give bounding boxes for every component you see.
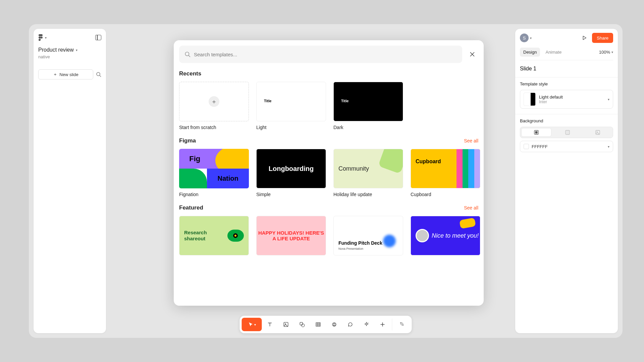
svg-line-4 [189, 55, 190, 57]
search-icon [96, 72, 101, 77]
svg-rect-20 [316, 323, 320, 326]
tool-stamp[interactable] [326, 318, 342, 331]
background-color-field[interactable]: FFFFFF ▾ [520, 141, 613, 152]
template-search-field[interactable] [179, 46, 462, 63]
thumb-text: Longboarding [256, 149, 326, 188]
template-card-simple[interactable]: Longboarding Simple [256, 149, 326, 197]
svg-point-12 [567, 133, 567, 133]
svg-rect-14 [596, 130, 600, 134]
template-style-selector[interactable]: Light default Inter ▾ [520, 90, 613, 109]
tool-table[interactable] [310, 318, 326, 331]
template-card-research[interactable]: Research shareout [179, 216, 249, 255]
thumb-subtext: Nova Presentation [338, 247, 398, 250]
color-swatch [524, 144, 529, 149]
template-card-dark[interactable]: Title Dark [333, 82, 403, 130]
template-search-input[interactable] [194, 52, 457, 57]
image-icon [283, 321, 289, 327]
background-label: Background [520, 118, 613, 123]
tool-text[interactable] [262, 318, 278, 331]
card-label: Dark [333, 125, 403, 130]
thumb-text: Fig [179, 149, 211, 169]
tool-add[interactable] [375, 318, 391, 331]
svg-point-10 [567, 131, 567, 132]
template-modal: Recents ＋ Start from scratch Title Light… [174, 40, 484, 306]
zoom-selector[interactable]: 100% ▾ [599, 50, 613, 55]
zoom-value: 100% [599, 50, 610, 55]
tab-animate[interactable]: Animate [542, 48, 565, 57]
text-icon [267, 321, 273, 327]
card-label: Cupboard [411, 192, 480, 197]
card-label: Start from scratch [179, 125, 249, 130]
svg-point-19 [302, 324, 305, 327]
tool-move[interactable]: ▾ [242, 318, 262, 331]
background-mode-toggle[interactable] [520, 127, 613, 138]
svg-point-13 [568, 133, 569, 133]
template-card-meetyou[interactable]: Nice to meet you! [411, 216, 480, 255]
svg-point-17 [285, 323, 286, 324]
comment-icon [347, 321, 354, 327]
chevron-down-icon: ▾ [76, 48, 77, 52]
tool-ai[interactable] [359, 318, 375, 331]
template-card-funding[interactable]: Funding Pitch DeckNova Presentation [333, 216, 403, 255]
close-modal-button[interactable] [466, 48, 478, 60]
solid-fill-icon [534, 130, 539, 135]
sidebar-toggle-icon[interactable] [95, 35, 101, 40]
template-card-community[interactable]: Community Holiday life update [333, 149, 403, 197]
tool-comment[interactable] [342, 318, 359, 331]
chevron-down-icon: ▾ [45, 36, 47, 40]
bg-mode-image[interactable] [583, 127, 613, 138]
style-name: Light default [539, 95, 604, 100]
thumb-text: Research shareout [184, 230, 224, 242]
svg-point-1 [97, 72, 100, 76]
plus-icon: ＋ [53, 71, 57, 77]
svg-rect-18 [300, 322, 303, 325]
search-icon [184, 51, 191, 57]
thumb-text: Nation [207, 169, 249, 188]
new-slide-button[interactable]: ＋ New slide [38, 69, 93, 79]
thumb-text: Community [338, 165, 369, 172]
color-hex: FFFFFF [532, 144, 548, 149]
project-title[interactable]: Product review ▾ [38, 47, 101, 53]
share-button[interactable]: Share [592, 33, 613, 43]
card-label: Simple [256, 192, 326, 197]
recents-grid: ＋ Start from scratch Title Light Title D… [179, 82, 478, 130]
stamp-icon [331, 321, 337, 327]
template-card-light[interactable]: Title Light [256, 82, 326, 130]
bg-mode-solid[interactable] [521, 128, 551, 137]
present-icon[interactable] [581, 35, 587, 41]
thumb-text: HAPPY HOLIDAYS! HERE'S A LIFE UPDATE [257, 230, 326, 242]
tool-shape[interactable] [294, 318, 310, 331]
style-thumb [524, 93, 536, 106]
template-card-cupboard[interactable]: Cupboard Cupboard [411, 149, 480, 197]
thumb-text: Nice to meet you! [432, 232, 479, 239]
see-all-figma[interactable]: See all [464, 138, 478, 143]
left-panel: ▾ Product review ▾ native ＋ New slide [34, 29, 106, 333]
svg-point-11 [568, 131, 569, 132]
bg-mode-gradient[interactable] [552, 127, 583, 138]
see-all-featured[interactable]: See all [464, 205, 478, 210]
tool-dev[interactable] [394, 318, 410, 331]
tool-image[interactable] [278, 318, 294, 331]
svg-point-26 [368, 323, 368, 323]
svg-point-0 [41, 37, 43, 39]
search-slides-button[interactable] [96, 72, 101, 77]
table-icon [315, 321, 321, 327]
card-label: Fignation [179, 192, 249, 197]
figma-menu[interactable]: ▾ [38, 34, 47, 41]
avatar: S [520, 34, 529, 42]
template-card-holiday[interactable]: HAPPY HOLIDAYS! HERE'S A LIFE UPDATE [256, 216, 326, 255]
project-subtitle: native [38, 54, 101, 59]
tab-design[interactable]: Design [520, 48, 540, 57]
thumb-text: Cupboard [416, 159, 441, 165]
user-menu[interactable]: S ▾ [520, 34, 532, 42]
eye-icon [227, 230, 244, 242]
template-card-scratch[interactable]: ＋ Start from scratch [179, 82, 249, 130]
app-window: ▾ Product review ▾ native ＋ New slide [29, 24, 623, 338]
thumb-text: Title [264, 99, 271, 103]
featured-grid: Research shareout HAPPY HOLIDAYS! HERE'S… [179, 216, 478, 255]
project-title-text: Product review [38, 47, 74, 53]
svg-line-2 [100, 75, 101, 77]
plus-icon: ＋ [209, 96, 219, 107]
template-card-fignation[interactable]: Fig Nation Fignation [179, 149, 249, 197]
card-label: Light [256, 125, 326, 130]
